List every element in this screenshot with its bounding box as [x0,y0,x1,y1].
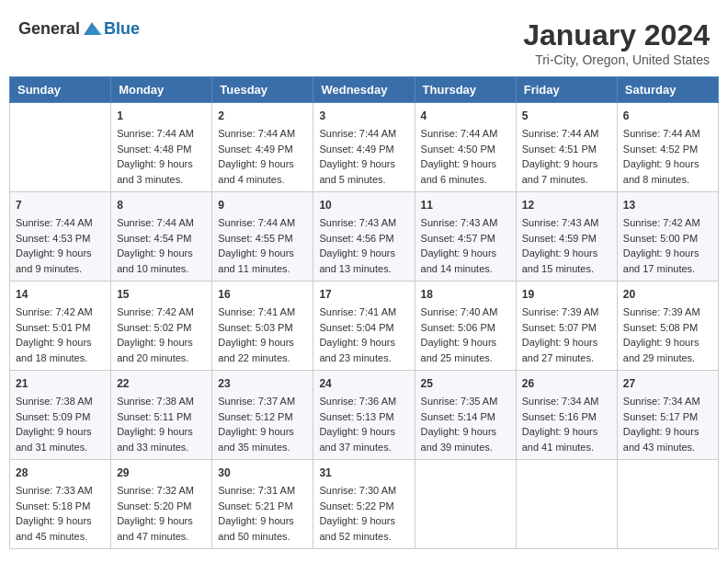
calendar-cell: 22Sunrise: 7:38 AMSunset: 5:11 PMDayligh… [111,371,212,460]
day-number: 25 [421,375,510,392]
sunset-text: Sunset: 5:12 PM [218,411,292,422]
cell-content: 24Sunrise: 7:36 AMSunset: 5:13 PMDayligh… [319,375,408,454]
cell-content: 6Sunrise: 7:44 AMSunset: 4:52 PMDaylight… [623,108,712,187]
calendar-cell: 5Sunrise: 7:44 AMSunset: 4:51 PMDaylight… [516,103,617,192]
daylight-text: Daylight: 9 hours and 23 minutes. [319,337,395,363]
daylight-text: Daylight: 9 hours and 25 minutes. [421,337,497,363]
sunset-text: Sunset: 5:09 PM [16,411,90,422]
daylight-text: Daylight: 9 hours and 47 minutes. [117,515,193,542]
page-title: January 2024 [523,18,710,52]
cell-content: 2Sunrise: 7:44 AMSunset: 4:49 PMDaylight… [218,108,307,187]
calendar-cell: 18Sunrise: 7:40 AMSunset: 5:06 PMDayligh… [415,282,516,371]
cell-content: 1Sunrise: 7:44 AMSunset: 4:48 PMDaylight… [117,108,206,187]
sunrise-text: Sunrise: 7:35 AM [421,396,498,407]
day-number: 2 [218,108,307,124]
calendar-cell: 19Sunrise: 7:39 AMSunset: 5:07 PMDayligh… [516,282,617,371]
daylight-text: Daylight: 9 hours and 52 minutes. [319,515,395,542]
sunrise-text: Sunrise: 7:32 AM [117,485,194,496]
daylight-text: Daylight: 9 hours and 20 minutes. [117,337,193,363]
sunset-text: Sunset: 5:17 PM [623,411,698,422]
cell-content: 7Sunrise: 7:44 AMSunset: 4:53 PMDaylight… [16,197,105,276]
daylight-text: Daylight: 9 hours and 11 minutes. [218,247,294,274]
cell-content: 19Sunrise: 7:39 AMSunset: 5:07 PMDayligh… [522,286,611,365]
day-number: 17 [319,286,408,303]
cell-content: 15Sunrise: 7:42 AMSunset: 5:02 PMDayligh… [117,286,206,365]
sunset-text: Sunset: 4:49 PM [218,144,292,155]
sunrise-text: Sunrise: 7:36 AM [319,396,396,407]
calendar-week-row: 14Sunrise: 7:42 AMSunset: 5:01 PMDayligh… [10,282,719,371]
daylight-text: Daylight: 9 hours and 6 minutes. [421,158,497,185]
daylight-text: Daylight: 9 hours and 9 minutes. [16,247,92,274]
sunset-text: Sunset: 5:16 PM [522,411,597,422]
sunrise-text: Sunrise: 7:44 AM [117,217,194,228]
calendar-weekday-header: Friday [516,77,617,103]
cell-content: 14Sunrise: 7:42 AMSunset: 5:01 PMDayligh… [16,286,105,365]
logo-general: General [18,19,80,39]
calendar-cell [617,460,718,549]
day-number: 31 [319,465,408,481]
calendar-cell: 13Sunrise: 7:42 AMSunset: 5:00 PMDayligh… [617,192,718,282]
calendar-cell: 21Sunrise: 7:38 AMSunset: 5:09 PMDayligh… [10,371,111,460]
day-number: 7 [16,197,105,213]
calendar-cell: 14Sunrise: 7:42 AMSunset: 5:01 PMDayligh… [10,282,111,371]
calendar-cell: 23Sunrise: 7:37 AMSunset: 5:12 PMDayligh… [212,371,313,460]
sunset-text: Sunset: 5:02 PM [117,322,191,333]
logo: General Blue [18,18,140,39]
sunrise-text: Sunrise: 7:42 AM [623,217,700,228]
sunrise-text: Sunrise: 7:44 AM [421,128,498,139]
sunset-text: Sunset: 5:00 PM [623,233,698,244]
calendar-cell: 17Sunrise: 7:41 AMSunset: 5:04 PMDayligh… [313,282,415,371]
daylight-text: Daylight: 9 hours and 22 minutes. [218,337,294,363]
sunrise-text: Sunrise: 7:44 AM [16,217,93,228]
calendar-week-row: 28Sunrise: 7:33 AMSunset: 5:18 PMDayligh… [10,460,719,549]
day-number: 24 [319,375,408,392]
calendar-cell: 4Sunrise: 7:44 AMSunset: 4:50 PMDaylight… [415,103,516,192]
day-number: 29 [117,465,206,481]
day-number: 8 [117,197,206,213]
calendar-cell: 25Sunrise: 7:35 AMSunset: 5:14 PMDayligh… [415,371,516,460]
calendar-weekday-header: Sunday [10,77,111,103]
day-number: 23 [218,375,307,392]
sunset-text: Sunset: 4:56 PM [319,233,393,244]
sunrise-text: Sunrise: 7:34 AM [522,396,599,407]
day-number: 6 [623,108,712,124]
cell-content: 30Sunrise: 7:31 AMSunset: 5:21 PMDayligh… [218,465,307,544]
sunrise-text: Sunrise: 7:44 AM [117,128,194,139]
day-number: 4 [421,108,510,124]
calendar-weekday-header: Wednesday [313,77,415,103]
calendar-cell [415,460,516,549]
day-number: 19 [522,286,611,303]
calendar-cell: 9Sunrise: 7:44 AMSunset: 4:55 PMDaylight… [212,192,313,282]
cell-content: 8Sunrise: 7:44 AMSunset: 4:54 PMDaylight… [117,197,206,276]
sunset-text: Sunset: 5:08 PM [623,322,698,333]
calendar-cell: 15Sunrise: 7:42 AMSunset: 5:02 PMDayligh… [111,282,212,371]
daylight-text: Daylight: 9 hours and 29 minutes. [623,337,700,363]
cell-content: 21Sunrise: 7:38 AMSunset: 5:09 PMDayligh… [16,375,105,454]
sunset-text: Sunset: 5:14 PM [421,411,495,422]
sunrise-text: Sunrise: 7:43 AM [319,217,396,228]
sunrise-text: Sunrise: 7:37 AM [218,396,295,407]
day-number: 12 [522,197,611,213]
day-number: 22 [117,375,206,392]
sunset-text: Sunset: 5:01 PM [16,322,90,333]
daylight-text: Daylight: 9 hours and 18 minutes. [16,337,92,363]
calendar-weekday-header: Monday [111,77,212,103]
calendar-cell: 26Sunrise: 7:34 AMSunset: 5:16 PMDayligh… [516,371,617,460]
sunset-text: Sunset: 5:07 PM [522,322,597,333]
sunset-text: Sunset: 5:11 PM [117,411,191,422]
cell-content: 29Sunrise: 7:32 AMSunset: 5:20 PMDayligh… [117,465,206,544]
sunrise-text: Sunrise: 7:39 AM [522,306,599,317]
daylight-text: Daylight: 9 hours and 7 minutes. [522,158,598,185]
calendar-week-row: 21Sunrise: 7:38 AMSunset: 5:09 PMDayligh… [10,371,719,460]
sunset-text: Sunset: 4:54 PM [117,233,191,244]
cell-content: 17Sunrise: 7:41 AMSunset: 5:04 PMDayligh… [319,286,408,365]
sunrise-text: Sunrise: 7:44 AM [218,217,295,228]
day-number: 27 [623,375,712,392]
daylight-text: Daylight: 9 hours and 31 minutes. [16,426,92,453]
sunrise-text: Sunrise: 7:38 AM [117,396,194,407]
cell-content: 13Sunrise: 7:42 AMSunset: 5:00 PMDayligh… [623,197,712,276]
sunset-text: Sunset: 5:21 PM [218,500,292,511]
cell-content: 4Sunrise: 7:44 AMSunset: 4:50 PMDaylight… [421,108,510,187]
sunrise-text: Sunrise: 7:44 AM [319,128,396,139]
sunrise-text: Sunrise: 7:34 AM [623,396,700,407]
